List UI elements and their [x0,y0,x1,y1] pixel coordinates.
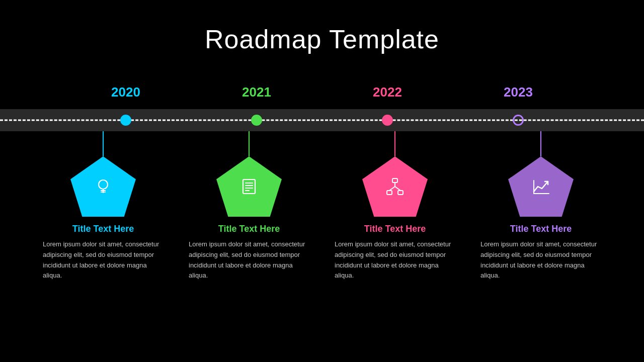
svg-rect-10 [392,178,397,183]
item-desc-2020: Lorem ipsum dolor sit amet, consectetur … [43,239,164,281]
roadmap-item-2021: Title Text Here Lorem ipsum dolor sit am… [189,131,309,281]
dot-wrapper-2022 [337,115,438,126]
pentagon-2020 [70,156,136,217]
connector-2023 [540,131,541,156]
timeline-dot-2023 [513,115,524,126]
years-row: 2020 2021 2022 2023 [0,84,644,100]
connector-2022 [394,131,395,156]
svg-rect-11 [387,191,392,195]
pentagon-2023 [508,156,574,217]
year-label-2021: 2021 [206,84,307,100]
timeline-dot-2020 [120,115,131,126]
svg-line-15 [395,187,400,191]
item-desc-2021: Lorem ipsum dolor sit amet, consectetur … [189,239,309,281]
timeline-section: 2020 2021 2022 2023 [0,84,644,281]
item-desc-2022: Lorem ipsum dolor sit amet, consectetur … [335,239,455,281]
item-title-2020: Title Text Here [72,224,134,234]
item-title-2022: Title Text Here [364,224,426,234]
timeline-dot-2022 [382,115,393,126]
item-title-2021: Title Text Here [218,224,280,234]
roadmap-item-2022: Title Text Here Lorem ipsum dolor sit am… [335,131,455,281]
dots-row [0,109,644,131]
year-label-2022: 2022 [337,84,438,100]
dot-wrapper-2021 [206,115,307,126]
roadmap-item-2023: Title Text Here Lorem ipsum dolor sit am… [480,131,601,281]
pentagon-2021 [216,156,282,217]
lightbulb-icon [92,175,114,198]
svg-point-0 [99,180,108,189]
item-title-2023: Title Text Here [510,224,572,234]
connector-2021 [249,131,250,156]
year-label-2023: 2023 [468,84,569,100]
timeline-bar [0,109,644,131]
timeline-dot-2021 [251,115,262,126]
page-title: Roadmap Template [205,24,439,54]
dot-wrapper-2023 [468,115,569,126]
roadmap-item-2020: Title Text Here Lorem ipsum dolor sit am… [43,131,164,281]
connector-2020 [103,131,104,156]
year-label-2020: 2020 [75,84,176,100]
network-icon [384,175,406,198]
items-row: Title Text Here Lorem ipsum dolor sit am… [0,131,644,281]
svg-rect-5 [243,179,255,194]
pentagon-2022 [362,156,428,217]
item-desc-2023: Lorem ipsum dolor sit amet, consectetur … [480,239,601,281]
dot-wrapper-2020 [75,115,176,126]
chart-icon [530,175,552,198]
list-icon [238,175,260,198]
svg-line-14 [389,187,395,191]
svg-rect-12 [398,191,403,195]
